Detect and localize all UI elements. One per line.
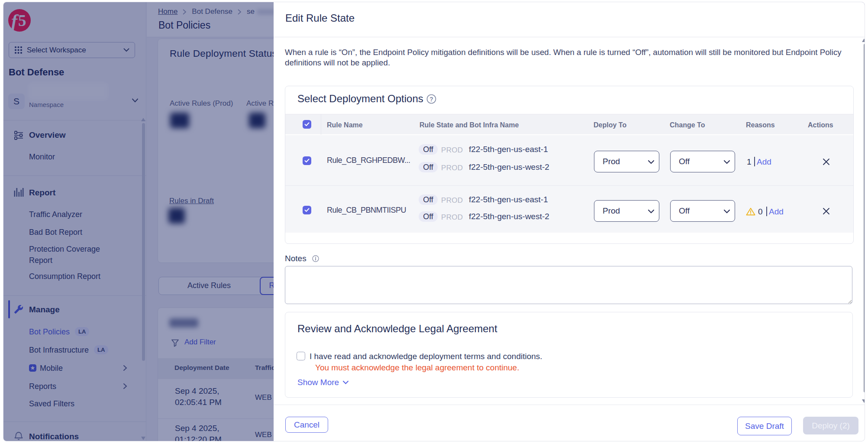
column-deploy-to: Deploy To	[594, 121, 626, 129]
chevron-down-icon	[342, 380, 349, 385]
deploy-button[interactable]: Deploy (2)	[803, 417, 858, 434]
legal-title: Review and Acknowledge Legal Agreement	[297, 323, 497, 335]
change-to-select[interactable]: Off	[670, 151, 735, 172]
deploy-to-select[interactable]: Prod	[594, 200, 659, 222]
remove-row-icon[interactable]	[823, 158, 830, 165]
app-window: f 5 Select Workspace Bot Defense S Names…	[3, 2, 865, 441]
deploy-to-select[interactable]: Prod	[594, 151, 659, 172]
reasons-separator	[754, 157, 755, 166]
infra-name: f22-5th-gen-us-east-1	[469, 145, 548, 154]
drawer-scroll-up-arrow[interactable]	[862, 39, 865, 42]
rule-state-pill: Off	[419, 211, 438, 222]
legal-checkbox[interactable]	[297, 352, 305, 360]
notes-label: Notes	[285, 254, 307, 263]
reasons-count: 0	[758, 207, 763, 217]
env-label: PROD	[441, 213, 463, 222]
legal-agreement-card: Review and Acknowledge Legal Agreement I…	[285, 312, 853, 398]
row-divider	[285, 185, 853, 186]
show-more-link[interactable]: Show More	[297, 378, 349, 387]
add-reason-link[interactable]: Add	[769, 207, 784, 217]
notes-textarea[interactable]	[285, 266, 852, 304]
drawer-header: Edit Rule State	[274, 2, 865, 37]
env-label: PROD	[441, 146, 463, 155]
svg-text:?: ?	[429, 95, 433, 102]
legal-error-text: You must acknowledge the legal agreement…	[315, 363, 519, 373]
warning-icon	[746, 207, 755, 216]
drawer-description: When a rule is “On”, the Endpoint Policy…	[285, 47, 850, 68]
row-checkbox[interactable]	[303, 156, 311, 165]
save-draft-button[interactable]: Save Draft	[737, 417, 792, 435]
drawer-scroll-down-arrow[interactable]	[862, 399, 865, 403]
change-to-select[interactable]: Off	[670, 200, 735, 222]
infra-name: f22-5th-gen-us-west-2	[469, 212, 549, 221]
reasons-separator	[766, 207, 767, 216]
drawer-footer: Cancel Save Draft Deploy (2)	[274, 405, 865, 441]
remove-row-icon[interactable]	[823, 207, 830, 215]
drawer-title: Edit Rule State	[285, 12, 355, 24]
rule-name: Rule_CB_RGHPEDBW...	[327, 156, 410, 165]
infra-name: f22-5th-gen-us-east-1	[469, 195, 548, 204]
env-label: PROD	[441, 164, 463, 172]
column-change-to: Change To	[670, 121, 705, 129]
rule-row-2: Rule_CB_PBNMTIISPU Off PROD f22-5th-gen-…	[285, 185, 853, 233]
legal-checkbox-label: I have read and acknowledge deployment t…	[310, 352, 542, 361]
info-icon[interactable]	[312, 255, 319, 262]
select-deployment-options-card: Select Deployment Options ? Rule Name Ru…	[285, 86, 854, 244]
row-checkbox[interactable]	[303, 206, 311, 214]
reasons-count: 1	[747, 157, 752, 167]
env-label: PROD	[441, 196, 463, 205]
notes-label-row: Notes	[285, 254, 319, 263]
column-rule-state: Rule State and Bot Infra Name	[419, 121, 519, 129]
rule-name: Rule_CB_PBNMTIISPU	[327, 206, 406, 215]
column-reasons: Reasons	[746, 121, 775, 129]
add-reason-link[interactable]: Add	[757, 157, 771, 167]
edit-rule-state-drawer: Edit Rule State When a rule is “On”, the…	[274, 2, 865, 441]
options-table-header: Rule Name Rule State and Bot Infra Name …	[285, 114, 853, 134]
column-rule-name: Rule Name	[327, 121, 363, 129]
drawer-scrollbar-thumb[interactable]	[864, 44, 865, 392]
rule-row-1: Rule_CB_RGHPEDBW... Off PROD f22-5th-gen…	[285, 135, 853, 185]
column-actions: Actions	[808, 121, 833, 129]
help-icon[interactable]: ?	[426, 94, 436, 104]
rule-state-pill: Off	[419, 162, 438, 172]
infra-name: f22-5th-gen-us-west-2	[469, 162, 549, 172]
options-card-title: Select Deployment Options	[297, 93, 423, 105]
cancel-button[interactable]: Cancel	[285, 417, 328, 433]
select-all-checkbox[interactable]	[303, 120, 311, 129]
rule-state-pill: Off	[419, 144, 438, 155]
rule-state-pill: Off	[419, 194, 438, 205]
column-separator	[321, 114, 321, 135]
